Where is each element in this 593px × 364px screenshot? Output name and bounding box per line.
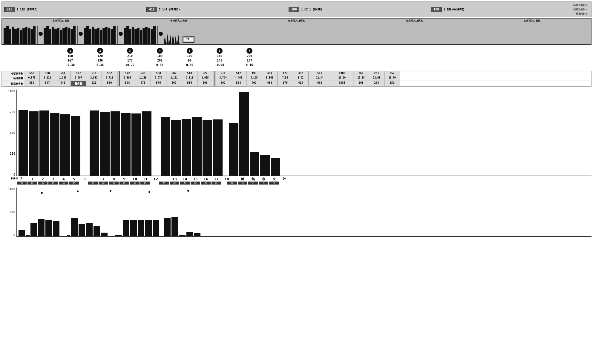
data-row-1: 各駅旅客数 550 568 551 577 516 562 572 548 58…: [2, 71, 591, 76]
bar2-9: [79, 224, 85, 236]
cell: 2.101: [166, 76, 182, 81]
cell: 510: [182, 71, 197, 76]
btn1[interactable]: 215: [4, 7, 15, 12]
cell: 489: [262, 71, 278, 76]
bar-7: [90, 110, 99, 176]
cell: 3.794: [215, 76, 231, 81]
data-row-3: 輸送旅客数 550 547 541 666 521 550 568 575 57…: [2, 81, 591, 86]
bar-13: [161, 117, 170, 176]
x-label-shu: 輸: [241, 177, 244, 181]
circles-row: 1 160167-0.30 2 1201360.38 3 210177+0.22…: [1, 45, 592, 70]
bar-14: [171, 120, 181, 176]
btn1-label: 1 145 (PPPRO): [17, 8, 38, 11]
btn2-label: 2 145 (PPPRO): [159, 8, 180, 11]
cell: 21.00: [331, 76, 353, 81]
x-num-1: 1: [31, 177, 33, 181]
cell: 541: [55, 81, 71, 86]
bar-12: [142, 111, 151, 176]
cell: 522: [197, 71, 213, 76]
track-segment-1: [4, 26, 38, 44]
row1-cells: 550 568 551 577 516 562 572 548 588 582 …: [24, 71, 591, 76]
cell: 588: [151, 71, 166, 76]
row2-cells: 0.573 0.212 1.303 1.997 2.532 0.711 1.39…: [24, 76, 591, 81]
y-label-500: 500: [1, 131, 15, 135]
cell: 547: [40, 81, 55, 86]
x-num-3: 3: [52, 177, 54, 181]
bar-11: [131, 113, 141, 176]
cell: 512: [231, 71, 246, 76]
cell: 0.212: [40, 76, 55, 81]
cell-spacer: [117, 76, 120, 81]
cell: 1988: [331, 81, 353, 86]
cell: 1.997: [71, 76, 86, 81]
cell: 3.015: [197, 76, 213, 81]
header-group-2: 416 2 145 (PPPRO): [146, 7, 180, 12]
btn4[interactable]: 100: [431, 7, 442, 12]
circle-1: 1 160167-0.30: [55, 48, 85, 67]
cell: 493: [246, 71, 262, 76]
circle-6: 6 140145-0.08: [205, 48, 235, 67]
main-container: 215 1 145 (PPPRO) 416 2 145 (PPPRO) 100 …: [0, 0, 593, 241]
cell: 8.92: [293, 76, 309, 81]
x-num-13: 13: [172, 177, 177, 181]
bar-haku: [271, 158, 280, 176]
cell: 492: [246, 81, 262, 86]
bar2-18: [153, 220, 159, 236]
legend-2: 到旅距離(m): [573, 7, 589, 11]
bar2-10: [86, 223, 93, 236]
track-label-2: 各車両入口状況: [170, 19, 187, 22]
cell: 551: [55, 71, 71, 76]
cell: 1.679: [151, 76, 166, 81]
cell: 268: [353, 71, 369, 76]
bar2-12: [101, 233, 108, 236]
cell: 269: [369, 81, 384, 86]
cell-spacer: [117, 71, 120, 76]
legend-area: 経路距離(m) 到旅距離(m) 積分値(%): [573, 3, 589, 16]
bar-15: [182, 119, 191, 176]
data-table: 各駅旅客数 550 568 551 577 516 562 572 548 58…: [1, 71, 592, 87]
cell: 452: [293, 71, 309, 76]
cell: 176: [278, 81, 293, 86]
bar-4: [50, 113, 59, 176]
btn2[interactable]: 416: [146, 7, 157, 12]
bar-18: [213, 119, 223, 176]
x-num-15: 15: [193, 177, 198, 181]
cell-spacer: [213, 76, 215, 81]
x-num-4: 4: [62, 177, 65, 181]
x-num-7: 7: [102, 177, 105, 181]
cell: 550: [24, 81, 40, 86]
btn3-label: 1 UI 1 (NHPE): [301, 8, 322, 11]
cell: 1.303: [55, 76, 71, 81]
bar2-3: [30, 223, 37, 236]
cell: 516: [86, 71, 102, 76]
cell: 21.76: [384, 76, 400, 81]
bar-chart-section-1: 1000 750 500 250 0: [1, 90, 592, 185]
bar-3: [39, 110, 49, 176]
cell: 251: [384, 81, 400, 86]
btn4-label: 1 SELNO(NHPE): [444, 8, 465, 11]
circle-5: 5 100960.30: [175, 48, 205, 67]
y2-label-0: 0: [1, 234, 15, 237]
bar-17: [203, 120, 212, 176]
bar-5: [60, 114, 70, 176]
cell: 419: [293, 81, 309, 86]
cell: 577: [71, 71, 86, 76]
y2-label-1000: 1000: [1, 188, 15, 191]
row1-label: 各駅旅客数: [2, 71, 24, 76]
bar2-haku: [194, 233, 200, 236]
cell: 561: [309, 71, 331, 76]
y-label-1000: 1000: [1, 90, 15, 93]
header-group-3: 100 1 UI 1 (NHPE): [289, 7, 322, 12]
cell: 1980: [331, 71, 353, 76]
bar2-1: [19, 230, 25, 236]
bar2-hasa: [186, 232, 193, 236]
cell: 582: [166, 71, 182, 76]
cell: 550: [24, 71, 40, 76]
x-num-5: 5: [73, 177, 75, 181]
bar2-shu: [164, 218, 171, 236]
cell: 567: [166, 81, 182, 86]
btn3[interactable]: 100: [289, 7, 299, 12]
x-num-6: 6: [83, 177, 86, 181]
bar2-2: [26, 235, 30, 236]
bar2-mu: [171, 217, 178, 236]
